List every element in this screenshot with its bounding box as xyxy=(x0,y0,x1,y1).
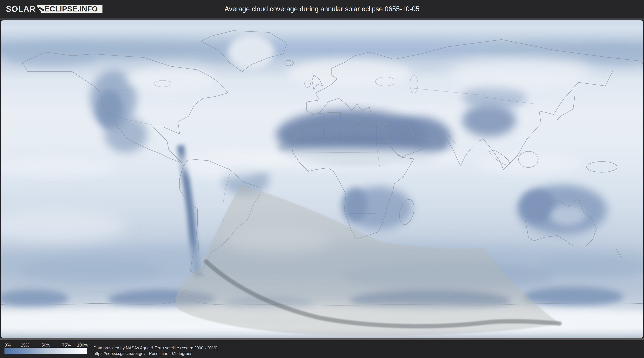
header-bar: SOLAR ECLIPSE.INFO Average cloud coverag… xyxy=(0,0,644,18)
page: SOLAR ECLIPSE.INFO Average cloud coverag… xyxy=(0,0,644,358)
data-attribution: Data provided by NASAs Aqua & Terra sate… xyxy=(94,345,218,356)
footer-bar: 0% 25% 50% 75% 100% Data provided by NAS… xyxy=(0,340,644,358)
cloud-coverage-legend-gradient xyxy=(4,348,87,354)
legend-tick-labels: 0% 25% 50% 75% 100% xyxy=(4,342,87,347)
legend-tick-50: 50% xyxy=(42,342,50,348)
world-map-svg xyxy=(1,20,643,338)
map-frame-bottom xyxy=(0,338,644,340)
page-title: Average cloud coverage during annular so… xyxy=(0,0,644,18)
attribution-line-1: Data provided by NASAs Aqua & Terra sate… xyxy=(94,345,218,351)
legend-tick-0: 0% xyxy=(4,342,11,348)
map-frame-top xyxy=(0,18,644,20)
attribution-line-2: https://neo.sci.gsfc.nasa.gov | Resoluti… xyxy=(94,351,218,356)
cloud-coverage-map xyxy=(1,20,643,338)
legend-tick-25: 25% xyxy=(21,342,29,348)
map-section xyxy=(0,18,644,340)
legend-tick-75: 75% xyxy=(62,342,71,348)
legend-tick-100: 100% xyxy=(77,342,88,348)
